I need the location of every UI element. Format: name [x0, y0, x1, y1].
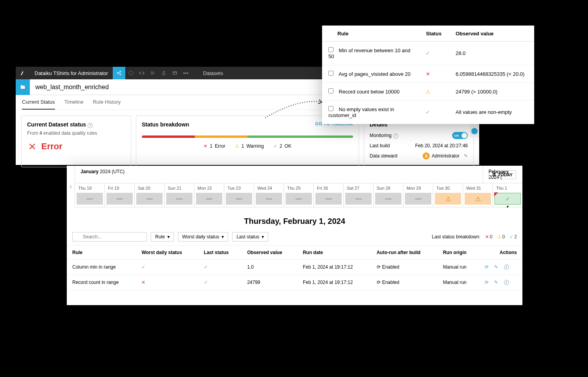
edit-icon[interactable]: ✎	[464, 153, 468, 159]
timeline-cell[interactable]: —	[136, 193, 163, 205]
filter-last[interactable]: Last status▾	[232, 232, 268, 242]
dashboard-icon[interactable]	[169, 67, 180, 79]
error-icon	[27, 141, 37, 152]
rerun-icon[interactable]: ⟳	[485, 280, 489, 285]
timeline-cell-ok[interactable]: ✓	[495, 193, 521, 205]
check-icon: ✓	[204, 264, 208, 270]
table-header: Last status	[198, 246, 242, 260]
filter-rule[interactable]: Rule▾	[151, 232, 174, 242]
error-status: Error	[27, 141, 125, 152]
edit-icon[interactable]: ✎	[494, 280, 498, 285]
timeline-cell[interactable]: —	[286, 193, 312, 205]
svg-point-0	[117, 73, 118, 73]
day-header: Mon 22	[194, 183, 224, 193]
timeline-cell[interactable]: —	[345, 193, 372, 205]
table-header: Observed value	[242, 246, 297, 260]
row-checkbox[interactable]	[328, 106, 333, 111]
help-icon[interactable]: ?	[393, 134, 398, 139]
table-header: Actions	[479, 246, 522, 260]
row-checkbox[interactable]	[328, 88, 333, 93]
timeline-cell[interactable]: —	[166, 193, 192, 205]
last-build-value: Feb 20, 2024 at 20:27:46	[415, 143, 468, 148]
avatar: A	[423, 152, 430, 159]
warning-icon: ⚠	[426, 89, 430, 95]
subtab-rule-history[interactable]: Rule History	[93, 95, 121, 110]
project-title: Dataiku TShirts for Administrator	[30, 70, 113, 76]
day-header: Tue 23	[224, 183, 254, 193]
history-icon[interactable]: 🕘	[504, 264, 509, 270]
x-icon: ✕	[426, 71, 430, 77]
col-rule: Rule	[322, 26, 419, 42]
timeline-day: Thu 18—	[75, 183, 104, 207]
timeline-cell[interactable]: —	[315, 193, 342, 205]
row-checkbox[interactable]	[328, 71, 333, 76]
timeline-cell-warn[interactable]: ⚠	[465, 193, 491, 205]
share-icon[interactable]	[113, 67, 125, 79]
day-header: Sun 28	[374, 183, 403, 193]
edit-icon[interactable]: ✎	[494, 264, 498, 270]
subtab-current-status[interactable]: Current Status	[22, 95, 55, 110]
timeline-day: Mon 22—	[194, 183, 224, 207]
status-card-sub: From 4 enabled data quality rules	[27, 130, 125, 136]
month-jan: January 2024 (UTC)	[75, 166, 483, 183]
timeline-cell[interactable]: —	[375, 193, 401, 205]
play-icon[interactable]	[147, 67, 158, 79]
timeline-cell[interactable]: —	[196, 193, 222, 205]
filter-worst[interactable]: Worst daily status▾	[178, 232, 228, 242]
day-header: Mon 29	[403, 183, 433, 193]
timeline-cell[interactable]: —	[405, 193, 431, 205]
history-icon[interactable]: 🕘	[504, 280, 509, 285]
day-header: Thu 25	[284, 183, 313, 193]
subtab-timeline[interactable]: Timeline	[64, 95, 84, 110]
timeline-day: Sat 27—	[343, 183, 373, 207]
section-label: Datasets	[203, 70, 223, 76]
day-header: Wed 31	[463, 183, 493, 193]
col-status: Status	[419, 26, 449, 42]
flow-icon[interactable]	[125, 67, 136, 79]
rules-popup: Rule Status Observed value Min of revenu…	[322, 26, 534, 124]
search-input[interactable]	[72, 232, 147, 242]
prev-arrow-icon[interactable]: ‹	[67, 166, 75, 207]
timeline-cell[interactable]: —	[256, 193, 282, 205]
timeline-cell[interactable]: —	[106, 193, 133, 205]
rules-table: RuleWorst daily statusLast statusObserve…	[67, 245, 522, 290]
day-header: Sat 27	[344, 183, 373, 193]
calendar-icon: 🗓	[492, 172, 496, 177]
popup-row: No empty values exist in customer_id✓All…	[322, 101, 534, 124]
refresh-icon: ⟳	[377, 280, 381, 285]
more-icon[interactable]: •••	[180, 67, 191, 79]
timeline-day: Fri 19—	[104, 183, 134, 207]
legend-warning: ⚠1 Warning	[235, 143, 264, 149]
status-card-title: Current Dataset status?	[27, 121, 125, 128]
today-button[interactable]: 🗓TODAY	[489, 170, 516, 179]
check-icon: ✓	[426, 50, 430, 56]
current-status-card: Current Dataset status? From 4 enabled d…	[21, 115, 131, 167]
chevron-down-icon: ▾	[167, 234, 170, 240]
timeline-day: Fri 26—	[313, 183, 343, 207]
callout-arrow	[263, 96, 326, 120]
monitoring-label: Monitoring	[370, 133, 392, 138]
dataset-name: web_last_month_enriched	[30, 84, 355, 91]
dataiku-logo-icon[interactable]	[16, 70, 30, 76]
table-header: Auto-run after build	[371, 246, 438, 260]
timeline-cell[interactable]: —	[77, 193, 103, 205]
steward-label: Data steward	[370, 153, 397, 159]
dataset-icon[interactable]	[16, 79, 30, 95]
help-icon[interactable]: ?	[88, 123, 93, 128]
table-header: Run origin	[438, 246, 479, 260]
timeline-day: Thu 1✓	[493, 183, 522, 207]
rail-icon[interactable]	[471, 128, 478, 134]
monitoring-toggle[interactable]: ON	[452, 132, 468, 139]
timeline-cell-warn[interactable]: ⚠	[435, 193, 461, 205]
row-checkbox[interactable]	[328, 47, 333, 52]
timeline-day: Wed 24—	[254, 183, 284, 207]
lab-icon[interactable]	[158, 67, 169, 79]
rerun-icon[interactable]: ⟳	[485, 264, 489, 270]
day-header: Wed 24	[254, 183, 284, 193]
day-header: Tue 30	[433, 183, 463, 193]
code-icon[interactable]	[136, 67, 147, 79]
timeline-panel: 🗓TODAY ‹ January 2024 (UTC) February 202…	[67, 166, 522, 305]
popup-row: Avg of pages_visisted above 20✕6.0598814…	[322, 65, 534, 83]
timeline-cell[interactable]: —	[226, 193, 252, 205]
timeline-day: Tue 30⚠	[433, 183, 463, 207]
